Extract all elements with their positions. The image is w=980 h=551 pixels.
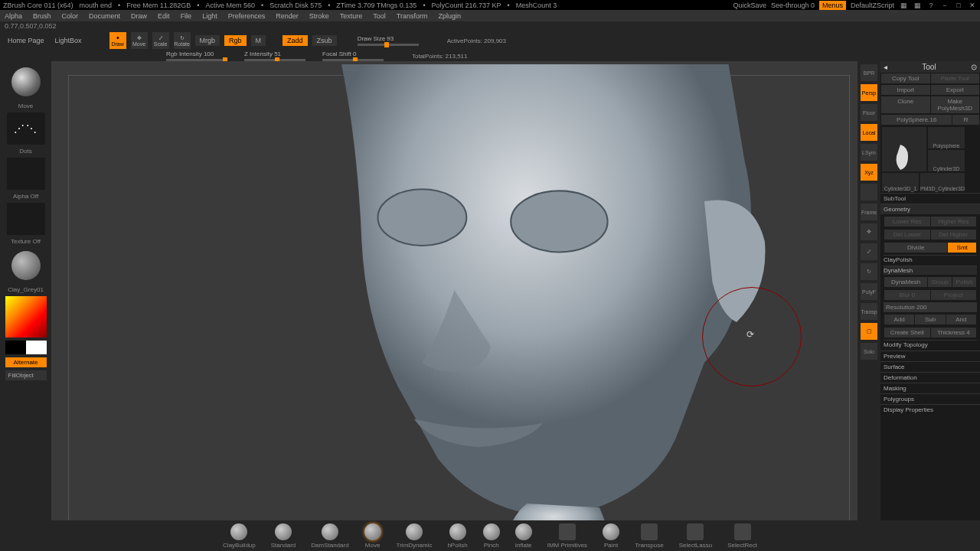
nav3[interactable]: ↻	[861, 263, 877, 280]
make-polymesh[interactable]: Make PolyMesh3D	[931, 96, 980, 113]
menu-zplugin[interactable]: Zplugin	[438, 12, 461, 20]
resolution-field[interactable]: Resolution 200	[884, 302, 977, 312]
menu-stroke[interactable]: Stroke	[309, 12, 329, 20]
maximize-icon[interactable]: □	[954, 2, 963, 9]
thumb-1[interactable]: Polysphere	[928, 127, 965, 148]
brush-inflate[interactable]: Inflate	[515, 523, 532, 549]
and-button[interactable]: And	[946, 315, 976, 324]
layout2-icon[interactable]: ▦	[913, 2, 922, 9]
del-higher[interactable]: Del Higher	[931, 230, 977, 240]
scale-mode[interactable]: ⤢Scale	[152, 32, 169, 49]
smt-button[interactable]: Smt	[948, 243, 976, 253]
section-preview[interactable]: Preview	[880, 350, 980, 361]
menu-transform[interactable]: Transform	[397, 12, 428, 20]
blank1[interactable]	[861, 184, 877, 201]
menu-preferences[interactable]: Preferences	[228, 12, 266, 20]
section-surface[interactable]: Surface	[880, 361, 980, 372]
thumb-4[interactable]: PM3D_Cylinder3D	[920, 173, 965, 191]
section-geometry[interactable]: Geometry	[880, 204, 980, 214]
thumb-2[interactable]: Cylinder3D	[928, 150, 965, 171]
section-polygroups[interactable]: Polygroups	[880, 393, 980, 404]
menu-brush[interactable]: Brush	[33, 12, 51, 20]
close-icon[interactable]: ✕	[968, 2, 977, 9]
alternate-button[interactable]: Alternate	[5, 357, 47, 367]
brush-selectlasso[interactable]: SelectLasso	[679, 523, 713, 549]
thumb-main[interactable]	[882, 127, 926, 171]
section-display[interactable]: Display Properties	[880, 404, 980, 415]
draw-mode[interactable]: ✦Draw	[109, 32, 126, 49]
menu-color[interactable]: Color	[62, 12, 79, 20]
menu-file[interactable]: File	[181, 12, 192, 20]
menu-draw[interactable]: Draw	[131, 12, 147, 20]
brush-standard[interactable]: Standard	[271, 523, 296, 549]
sub-button[interactable]: Sub	[915, 315, 945, 324]
paste-tool[interactable]: Paste Tool	[931, 73, 980, 83]
bpr-button[interactable]: BPR	[861, 64, 877, 81]
zsub-button[interactable]: Zsub	[312, 35, 337, 46]
brush-move[interactable]: Move	[364, 523, 381, 549]
floor-button[interactable]: Floor	[861, 104, 877, 121]
menu-tool[interactable]: Tool	[373, 12, 386, 20]
section-modify-topo[interactable]: Modify Topology	[884, 340, 977, 349]
import-button[interactable]: Import	[881, 85, 930, 95]
rgb-button[interactable]: Rgb	[224, 35, 247, 46]
thickness-field[interactable]: Thickness 4	[931, 328, 977, 337]
brush-transpose[interactable]: Transpose	[635, 523, 664, 549]
material-preview[interactable]	[11, 251, 41, 280]
brush-imm[interactable]: IMM Primitives	[547, 523, 587, 549]
lsym-button[interactable]: LSym	[861, 144, 877, 161]
higher-res[interactable]: Higher Res	[931, 217, 977, 227]
divide-button[interactable]: Divide	[884, 243, 947, 253]
menus-toggle[interactable]: Menus	[819, 1, 846, 10]
brush-selectrect[interactable]: SelectRect	[727, 523, 757, 549]
polyf-button[interactable]: PolyF	[861, 283, 877, 300]
polish-button[interactable]: Polish	[952, 277, 976, 287]
brush-preview[interactable]	[11, 67, 41, 96]
menu-render[interactable]: Render	[276, 12, 299, 20]
color-picker[interactable]	[5, 296, 47, 337]
texture-slot[interactable]	[7, 203, 45, 235]
brush-claybuildup[interactable]: ClayBuildup	[223, 523, 256, 549]
brush-pinch[interactable]: Pinch	[483, 523, 500, 549]
draw-size-slider[interactable]: Draw Size 93	[358, 35, 419, 46]
quicksave-button[interactable]: QuickSave	[733, 2, 766, 9]
frame-button[interactable]: Frame	[861, 204, 877, 220]
ghost-button[interactable]: ▢	[861, 323, 877, 340]
brush-hpolish[interactable]: hPolish	[447, 523, 467, 549]
persp-button[interactable]: Persp	[861, 84, 877, 101]
xyz-button[interactable]: Xyz	[861, 164, 877, 181]
seethrough[interactable]: See-through 0	[771, 2, 815, 9]
polysphere-name[interactable]: PolySphere.16	[881, 115, 952, 125]
create-shell[interactable]: Create Shell	[884, 328, 930, 337]
move-mode[interactable]: ✥Move	[131, 32, 148, 49]
add-button[interactable]: Add	[884, 315, 914, 324]
alpha-slot[interactable]	[7, 158, 45, 190]
zadd-button[interactable]: Zadd	[283, 35, 308, 46]
nav2[interactable]: ⤢	[861, 243, 877, 260]
minimize-icon[interactable]: −	[940, 2, 949, 9]
canvas[interactable]: ⟳	[51, 61, 858, 551]
blur-field[interactable]: Blur 0	[884, 290, 930, 300]
clone-button[interactable]: Clone	[881, 96, 930, 113]
menu-light[interactable]: Light	[202, 12, 217, 20]
tab-home[interactable]: Home Page	[5, 35, 47, 46]
section-masking[interactable]: Masking	[880, 383, 980, 393]
z-intensity-slider[interactable]: Z Intensity 51	[244, 51, 305, 61]
export-button[interactable]: Export	[931, 85, 980, 95]
group-button[interactable]: Group	[928, 277, 952, 287]
layout-icon[interactable]: ▦	[899, 2, 908, 9]
dynamesh-button[interactable]: DynaMesh	[884, 277, 927, 287]
help-icon[interactable]: ?	[926, 2, 936, 9]
rgb-intensity-slider[interactable]: Rgb Intensity 100	[166, 51, 227, 61]
brush-paint[interactable]: Paint	[603, 523, 619, 549]
tab-lightbox[interactable]: LightBox	[52, 35, 85, 46]
section-claypolish[interactable]: ClayPolish	[884, 255, 977, 264]
menu-alpha[interactable]: Alpha	[5, 12, 22, 20]
copy-tool[interactable]: Copy Tool	[881, 73, 930, 83]
menu-texture[interactable]: Texture	[340, 12, 363, 20]
fillobject-button[interactable]: FillObject	[5, 370, 47, 380]
project-button[interactable]: Project	[931, 290, 977, 300]
stroke-preview[interactable]: ⋰⋱	[7, 112, 45, 145]
lower-res[interactable]: Lower Res	[884, 217, 930, 227]
section-deformation[interactable]: Deformation	[880, 372, 980, 383]
